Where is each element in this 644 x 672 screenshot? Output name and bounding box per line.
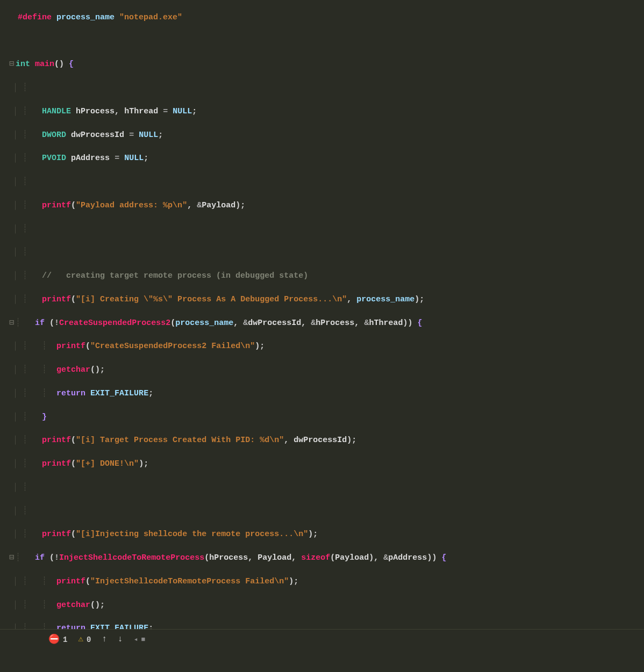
code-line[interactable]: │ ┊ PVOID pAddress = NULL; — [8, 153, 644, 164]
code-line[interactable]: │ ┊ ┊ getchar(); — [8, 599, 644, 611]
constant-null: NULL — [173, 107, 192, 116]
code-line[interactable]: │ ┊ // creating target remote process (i… — [8, 270, 644, 282]
type-pvoid: PVOID — [42, 154, 66, 163]
keyword-int: int — [16, 60, 30, 69]
code-line[interactable]: │ ┊ printf("[i] Creating \"%s\" Process … — [8, 294, 644, 306]
function-printf: printf — [42, 201, 71, 210]
warning-icon: ⚠ — [78, 633, 83, 646]
fold-minus-icon[interactable]: ⊟ — [8, 59, 16, 70]
comment: // creating target remote process (in de… — [42, 271, 308, 280]
stop-icon[interactable]: ■ — [141, 635, 146, 645]
code-area[interactable]: #define process_name "notepad.exe" ⊟int … — [0, 0, 644, 650]
string-literal: "notepad.exe" — [119, 13, 182, 22]
arrow-down-icon[interactable]: ↓ — [118, 633, 123, 646]
code-line[interactable]: │ ┊ DWORD dwProcessId = NULL; — [8, 129, 644, 141]
code-line[interactable]: │ ┊ ┊ getchar(); — [8, 364, 644, 376]
code-line[interactable]: │ ┊ HANDLE hProcess, hThread = NULL; — [8, 106, 644, 118]
code-line[interactable]: ⊟┊ if (!CreateSuspendedProcess2(process_… — [8, 317, 644, 329]
warning-count[interactable]: ⚠ 0 — [78, 633, 91, 646]
keyword-return: return — [56, 389, 85, 398]
code-line[interactable]: │ ┊ printf("[+] DONE!\n"); — [8, 458, 644, 470]
code-line[interactable]: │ ┊ printf("[i]Injecting shellcode the r… — [8, 529, 644, 540]
step-back-icon[interactable]: ◂ — [134, 635, 138, 645]
error-count[interactable]: ⛔ 1 — [48, 633, 67, 647]
identifier: process_name — [56, 13, 115, 22]
code-line[interactable]: ⊟int main() { — [8, 59, 644, 70]
code-line[interactable]: │ ┊ ┊ printf("InjectShellcodeToRemotePro… — [8, 576, 644, 588]
code-line[interactable]: #define process_name "notepad.exe" — [8, 12, 644, 24]
error-number: 1 — [63, 634, 67, 645]
keyword-if: if — [35, 319, 45, 328]
warning-number: 0 — [87, 634, 91, 645]
code-line[interactable]: │ ┊ ┊ return EXIT_FAILURE; — [8, 388, 644, 400]
type-handle: HANDLE — [42, 107, 71, 116]
code-editor: #define process_name "notepad.exe" ⊟int … — [0, 0, 644, 650]
error-icon: ⛔ — [48, 633, 60, 647]
function-main: main — [35, 60, 54, 69]
keyword-define: #define — [18, 13, 52, 22]
code-line[interactable]: │ ┊ ┊ printf("CreateSuspendedProcess2 Fa… — [8, 341, 644, 352]
arrow-up-icon[interactable]: ↑ — [102, 633, 107, 646]
fold-minus-icon[interactable]: ⊟ — [8, 317, 16, 329]
code-line[interactable]: │ ┊ } — [8, 411, 644, 423]
status-bar: ⛔ 1 ⚠ 0 ↑ ↓ ◂ ■ — [0, 629, 644, 650]
code-line[interactable]: │ ┊ printf("[i] Target Process Created W… — [8, 435, 644, 446]
code-line[interactable]: ⊟┊ if (!InjectShellcodeToRemoteProcess(h… — [8, 552, 644, 564]
type-dword: DWORD — [42, 131, 66, 140]
code-line[interactable]: │ ┊ printf("Payload address: %p\n", &Pay… — [8, 200, 644, 212]
fold-minus-icon[interactable]: ⊟ — [8, 552, 16, 564]
